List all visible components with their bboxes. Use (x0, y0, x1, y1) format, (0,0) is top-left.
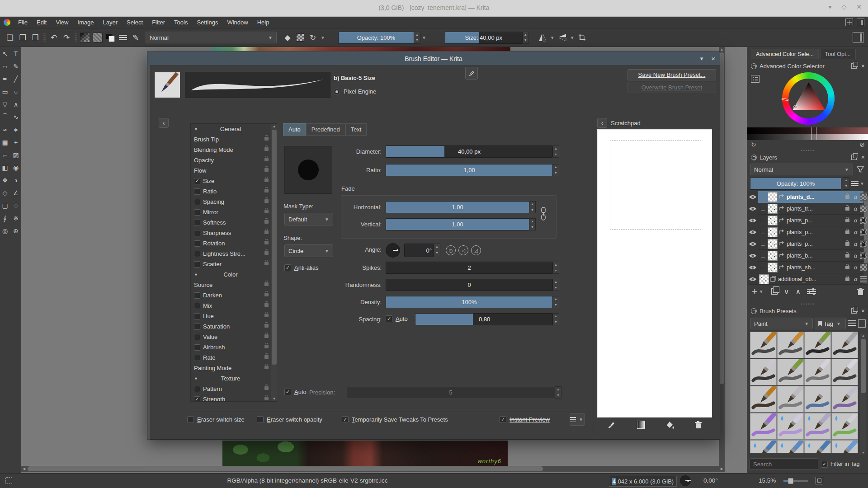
scroll-up-icon[interactable]: ▲ (860, 334, 866, 337)
mirror-horizontal-icon[interactable] (537, 32, 548, 43)
option-checkbox[interactable] (194, 344, 200, 351)
brush-editor-icon[interactable]: ✎ (130, 32, 141, 43)
pattern-chooser-icon[interactable] (92, 32, 103, 43)
save-new-brush-preset-button[interactable]: Save New Brush Preset... (627, 69, 716, 80)
menu-help[interactable]: Help (253, 17, 274, 28)
canvas-horizontal-scrollbar[interactable]: ◀ ▶ (21, 466, 725, 472)
option-scatter[interactable]: Scatter (191, 259, 277, 269)
rename-preset-button[interactable] (465, 67, 478, 80)
lock-setting-icon[interactable] (264, 386, 269, 390)
scroll-up-icon[interactable]: ▲ (271, 124, 277, 128)
layer-row[interactable]: plants_p... α (747, 238, 868, 250)
angle-spinner[interactable]: ▲▼ (434, 244, 440, 257)
scratchpad-canvas[interactable] (597, 129, 712, 418)
reload-preset-icon[interactable]: ↻ (307, 32, 318, 43)
option-painting-mode[interactable]: Painting Mode (191, 363, 277, 373)
density-slider[interactable]: 100% (386, 296, 553, 308)
menu-view[interactable]: View (51, 17, 73, 28)
lock-docker-icon[interactable] (751, 155, 757, 160)
brush-preset-tile[interactable] (777, 332, 804, 358)
inherit-alpha-locked-icon[interactable] (860, 217, 867, 224)
crop-tool[interactable]: ⌐ (0, 150, 10, 160)
layer-style-icon[interactable] (860, 276, 867, 283)
size-spinner[interactable]: ▲▼ (523, 32, 529, 44)
polygon-tool[interactable]: ▽ (0, 99, 10, 109)
scratchpad-fill-icon[interactable] (665, 421, 675, 429)
brush-preset-tile[interactable] (831, 413, 858, 440)
lock-docker-icon[interactable] (751, 63, 757, 69)
gradient-chooser-icon[interactable] (80, 32, 90, 43)
layer-filter-icon[interactable] (855, 164, 866, 175)
dialog-titlebar[interactable]: Brush Editor — Krita ▾ × (147, 52, 720, 65)
close-dialog-icon[interactable]: × (711, 55, 715, 62)
diameter-spinner[interactable]: ▲▼ (553, 145, 559, 158)
layer-style-icon[interactable] (860, 193, 867, 201)
gradient-tool[interactable]: ▨ (11, 150, 21, 160)
text-tool[interactable]: T (11, 49, 21, 59)
precision-slider[interactable]: 5 (346, 386, 555, 399)
inherit-alpha-icon[interactable] (779, 241, 785, 247)
brush-preset-tile[interactable] (804, 413, 831, 440)
undo-icon[interactable]: ↶ (48, 32, 59, 43)
option-lightness-stre[interactable]: Lightness Stre... (191, 249, 277, 259)
instant-preview-checkbox[interactable]: ✓ (500, 416, 506, 423)
tab-predefined[interactable]: Predefined (306, 123, 345, 136)
move-layer-down-button[interactable]: ∨ (784, 287, 789, 296)
lock-setting-icon[interactable] (264, 168, 269, 172)
option-rotation[interactable]: Rotation (191, 238, 277, 249)
add-layer-button[interactable]: +▼ (752, 286, 765, 297)
presets-scrollbar[interactable]: ▲ ▼ (860, 333, 866, 455)
lock-setting-icon[interactable] (264, 262, 269, 265)
opacity-spinner[interactable]: ▲▼ (414, 32, 420, 44)
calligraphy-tool[interactable]: ✎ (11, 61, 21, 71)
option-checkbox[interactable] (194, 251, 200, 257)
window-titlebar[interactable]: (3,0 GiB) - [cozy_tenement.kra] — Krita … (0, 0, 868, 17)
docker-tab-advanced-color-sele[interactable]: Advanced Color Sele... (751, 49, 819, 59)
brush-preset-tile[interactable] (750, 440, 777, 453)
menu-filter[interactable]: Filter (147, 17, 170, 28)
lock-setting-icon[interactable] (264, 334, 269, 338)
inherit-alpha-locked-icon[interactable] (860, 252, 867, 259)
move-layer-up-button[interactable]: ∧ (795, 287, 801, 296)
line-tool[interactable]: ╱ (11, 74, 21, 84)
layer-thumbnail[interactable] (768, 192, 778, 202)
scratchpad-gradient-icon[interactable] (637, 421, 645, 429)
eraser-switch-size-row[interactable]: Eraser switch size (187, 416, 245, 423)
option-checkbox[interactable] (194, 188, 200, 195)
layer-name[interactable]: plants_sh... (787, 264, 842, 271)
layer-menu-icon[interactable]: ▼ (851, 180, 866, 187)
options-scrollbar[interactable]: ▲ ▼ (271, 124, 277, 401)
eraser-switch-opacity-checkbox[interactable] (257, 416, 264, 423)
option-section-color[interactable]: ▼ Color (191, 269, 277, 280)
layer-visibility-eye-icon[interactable] (747, 203, 758, 215)
option-checkbox[interactable] (194, 240, 200, 247)
open-file-icon[interactable]: ❐ (17, 32, 28, 43)
brush-preset-tile[interactable] (804, 386, 831, 413)
zoom-slider[interactable] (783, 480, 808, 482)
preset-tag-filter-dropdown[interactable]: Paint ▼ (750, 318, 813, 329)
option-value[interactable]: Value (191, 332, 277, 342)
shade-selector-bar-2[interactable] (747, 134, 868, 140)
inherit-alpha-icon[interactable] (779, 229, 785, 235)
brush-preset-tile[interactable] (777, 386, 804, 413)
angle-counterclockwise-icon[interactable]: ◁ (458, 245, 468, 255)
lock-setting-icon[interactable] (264, 199, 269, 203)
layer-lock-icon[interactable] (844, 276, 851, 283)
lock-setting-icon[interactable] (264, 210, 269, 213)
layer-visibility-eye-icon[interactable] (747, 250, 758, 262)
lock-setting-icon[interactable] (264, 147, 269, 151)
option-softness[interactable]: Softness (191, 217, 277, 228)
lock-setting-icon[interactable] (264, 355, 269, 359)
inherit-alpha-locked-icon[interactable] (860, 229, 867, 236)
option-opacity[interactable]: Opacity (191, 155, 277, 165)
chevron-down-icon[interactable]: ▼ (422, 35, 426, 40)
option-mix[interactable]: Mix (191, 300, 277, 311)
spacing-slider[interactable]: 0,80 (415, 313, 553, 325)
lock-setting-icon[interactable] (264, 189, 269, 192)
rectangular-selection-tool[interactable]: ▢ (0, 201, 10, 211)
save-file-icon[interactable]: ❒ (30, 32, 41, 43)
layer-blending-mode-dropdown[interactable]: Normal ▼ (750, 164, 853, 175)
layer-visibility-eye-icon[interactable] (747, 273, 758, 285)
move-tool[interactable]: + (11, 137, 21, 147)
delete-layer-button[interactable] (857, 288, 864, 296)
